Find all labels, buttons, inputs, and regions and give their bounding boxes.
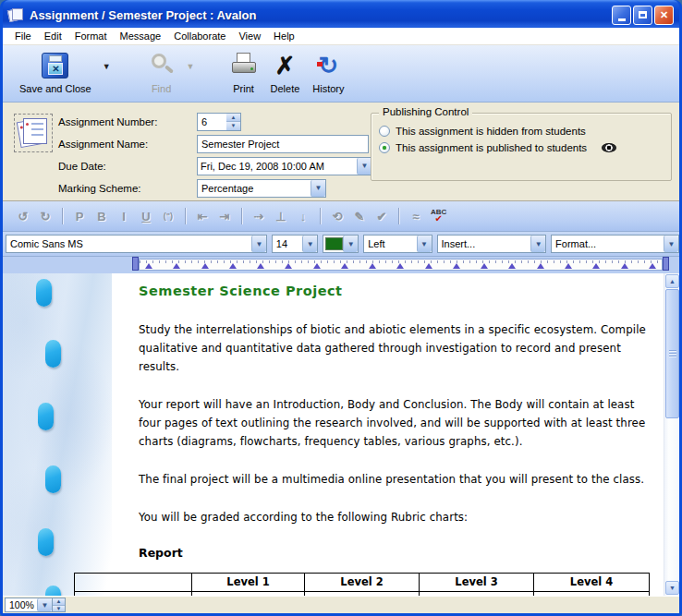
minimize-button[interactable]	[612, 6, 631, 25]
due-date-combo[interactable]: Fri, Dec 19, 2008 10:00 AM ▼	[197, 157, 372, 175]
document-area[interactable]: Semester Science Project Study the inter…	[3, 273, 679, 596]
insert-tab-button[interactable]: ↓	[292, 206, 314, 226]
stationery-margin	[3, 273, 112, 596]
left-indent-marker[interactable]	[132, 257, 139, 271]
assignment-item-icon[interactable]	[14, 114, 53, 152]
ruler-tab-marker[interactable]	[453, 263, 460, 269]
assignment-number-field[interactable]: 6	[197, 113, 226, 131]
font-name-combo[interactable]: Comic Sans MS ▼	[6, 235, 267, 253]
ruler-tab-marker[interactable]	[313, 263, 321, 269]
ruler-tab-marker[interactable]	[285, 263, 292, 269]
menu-edit[interactable]: Edit	[38, 29, 68, 43]
spellcheck-button[interactable]: ABC ✔	[431, 209, 446, 223]
revert-button[interactable]: ⟲	[326, 206, 348, 226]
approve-button[interactable]: ✔	[371, 206, 393, 226]
combo-arrow-icon[interactable]: ▼	[530, 236, 545, 252]
ruler-tab-marker[interactable]	[508, 263, 516, 269]
minimize-icon	[618, 18, 626, 21]
tab-stops-button[interactable]: ⇢	[248, 206, 270, 226]
bold-button[interactable]: B	[91, 206, 113, 226]
menu-format[interactable]: Format	[68, 29, 114, 43]
ruler-tab-marker[interactable]	[145, 263, 152, 269]
menu-view[interactable]: View	[232, 29, 267, 43]
combo-arrow-icon[interactable]: ▼	[37, 598, 52, 611]
combo-arrow-icon[interactable]: ▼	[311, 180, 325, 197]
italic-button[interactable]: I	[113, 206, 135, 226]
ruler-tab-marker[interactable]	[396, 263, 404, 269]
plain-style-button[interactable]: P	[68, 206, 91, 226]
eye-icon	[602, 143, 616, 152]
insert-menu-combo[interactable]: Insert... ▼	[437, 235, 547, 253]
titlebar[interactable]: Assignment / Semester Project : Avalon ✕	[3, 0, 679, 28]
combo-arrow-icon[interactable]: ▼	[343, 236, 358, 252]
menu-file[interactable]: File	[8, 29, 38, 43]
save-and-close-button[interactable]: ✕ Save and Close	[16, 49, 95, 95]
ruler-tab-marker[interactable]	[649, 263, 656, 269]
undo-button[interactable]: ↺	[12, 206, 34, 226]
pencil-edit-button[interactable]: ✎	[348, 206, 371, 226]
vertical-scrollbar[interactable]: ▲ ▼	[664, 273, 679, 596]
font-size-combo[interactable]: 14 ▼	[272, 235, 318, 253]
combo-arrow-icon[interactable]: ▼	[251, 236, 266, 252]
menu-message[interactable]: Message	[114, 29, 168, 43]
scroll-down-button[interactable]: ▼	[665, 581, 679, 595]
ruler-tab-marker[interactable]	[229, 263, 237, 269]
right-indent-marker[interactable]	[663, 257, 669, 271]
scroll-thumb[interactable]	[665, 289, 679, 418]
redo-button[interactable]: ↻	[34, 206, 56, 226]
zoom-stepper[interactable]: ▲ ▼	[53, 598, 66, 612]
combo-arrow-icon[interactable]: ▼	[417, 236, 432, 252]
underline-button[interactable]: U	[135, 206, 157, 226]
align-baseline-button[interactable]: ⊥	[270, 206, 292, 226]
spin-down-icon[interactable]: ▼	[226, 121, 240, 130]
save-menu-arrow[interactable]: ▼	[103, 62, 111, 71]
rubric-table: Level 1 Level 2 Level 3 Level 4 Introduc…	[74, 573, 650, 596]
combo-arrow-icon[interactable]: ▼	[357, 158, 371, 175]
spin-down-icon[interactable]: ▼	[53, 605, 65, 612]
status-bar: 100% ▼ ▲ ▼	[3, 596, 679, 613]
assignment-number-stepper[interactable]: ▲ ▼	[226, 113, 241, 131]
publishing-published-option[interactable]: This assignment is published to students	[379, 142, 671, 153]
radio-published[interactable]	[379, 142, 390, 153]
binding-hole	[45, 586, 61, 596]
combo-arrow-icon[interactable]: ▼	[302, 236, 317, 252]
format-menu-combo[interactable]: Format... ▼	[551, 235, 679, 253]
menu-help[interactable]: Help	[267, 29, 301, 43]
quote-button[interactable]: (")	[157, 206, 179, 226]
ruler-tab-marker[interactable]	[565, 263, 572, 269]
ruler-tab-marker[interactable]	[369, 263, 376, 269]
signature-button[interactable]: ≈	[405, 206, 427, 226]
ruler-tab-marker[interactable]	[481, 263, 488, 269]
print-button[interactable]: Print	[226, 49, 262, 95]
delete-button[interactable]: ✗ Delete	[267, 49, 304, 95]
spin-up-icon[interactable]: ▲	[226, 114, 240, 122]
close-button[interactable]: ✕	[654, 6, 674, 25]
font-color-combo[interactable]: ▼	[323, 235, 359, 253]
document-content[interactable]: Semester Science Project Study the inter…	[139, 273, 664, 596]
ruler-tab-marker[interactable]	[592, 263, 600, 269]
print-icon	[230, 53, 258, 79]
ruler-tab-marker[interactable]	[341, 263, 348, 269]
indent-increase-button[interactable]: ⇥	[213, 206, 236, 226]
scroll-up-button[interactable]: ▲	[665, 274, 679, 288]
ruler-tab-marker[interactable]	[257, 263, 264, 269]
zoom-combo[interactable]: 100% ▼	[5, 598, 53, 612]
ruler-tab-marker[interactable]	[621, 263, 628, 269]
menu-collaborate[interactable]: Collaborate	[167, 29, 232, 43]
find-button[interactable]: Find	[144, 49, 179, 95]
publishing-hidden-option[interactable]: This assignment is hidden from students	[379, 126, 671, 137]
indent-decrease-button[interactable]: ⇤	[191, 206, 213, 226]
combo-arrow-icon[interactable]: ▼	[664, 236, 678, 252]
alignment-combo[interactable]: Left ▼	[363, 235, 432, 253]
ruler-tab-marker[interactable]	[173, 263, 180, 269]
assignment-name-input[interactable]: Semester Project	[197, 135, 369, 153]
ruler[interactable]	[139, 259, 663, 271]
marking-scheme-combo[interactable]: Percentage ▼	[197, 179, 326, 198]
ruler-tab-marker[interactable]	[201, 263, 209, 269]
ruler-tab-marker[interactable]	[537, 263, 544, 269]
radio-hidden[interactable]	[379, 126, 390, 137]
save-icon: ✕	[42, 53, 68, 79]
history-button[interactable]: ↻ History	[309, 49, 347, 95]
ruler-tab-marker[interactable]	[425, 263, 432, 269]
maximize-button[interactable]	[633, 6, 652, 25]
